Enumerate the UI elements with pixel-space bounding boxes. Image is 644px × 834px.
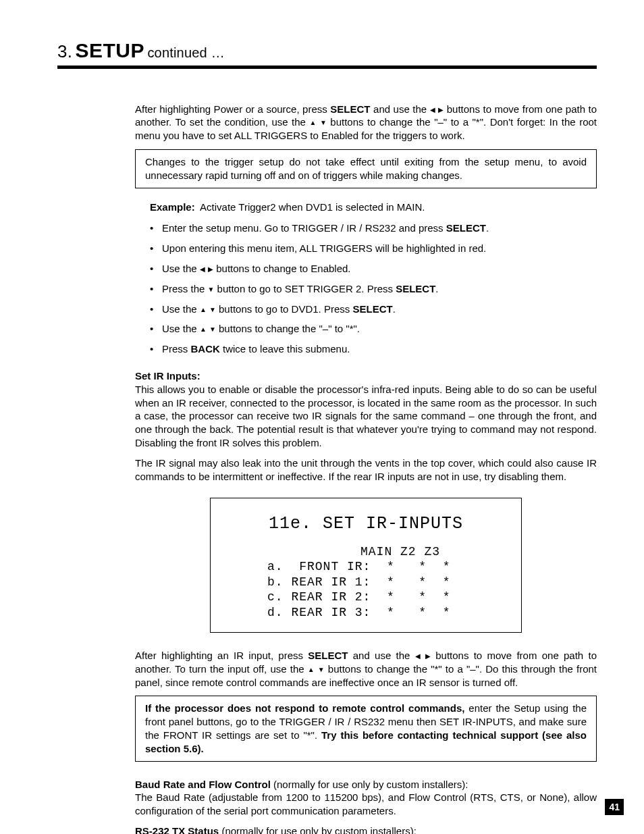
list-item: Use the ▲ ▼ buttons to go to DVD1. Press… <box>150 303 597 316</box>
rs232-note: (normally for use only by custom install… <box>219 825 417 834</box>
down-icon: ▼ <box>209 305 216 314</box>
note-box: Changes to the trigger setup do not take… <box>135 149 597 188</box>
baud-body: The Baud Rate (adjustable from 1200 to 1… <box>135 791 597 816</box>
baud-section: Baud Rate and Flow Control (normally for… <box>135 778 597 818</box>
right-icon: ▶ <box>425 652 431 660</box>
osd-title: 11e. SET IR-INPUTS <box>224 513 508 534</box>
up-icon: ▲ <box>308 665 315 674</box>
example-heading: Example: Activate Trigger2 when DVD1 is … <box>150 201 597 214</box>
osd-row: c. REAR IR 2: * * * <box>224 590 508 605</box>
left-icon: ◀ <box>415 652 421 660</box>
down-icon: ▼ <box>208 285 215 294</box>
right-icon: ▶ <box>208 265 213 273</box>
rs232-section: RS-232 TX Status (normally for use only … <box>135 825 597 834</box>
intro-paragraph: After highlighting Power or a source, pr… <box>135 103 597 142</box>
baud-heading: Baud Rate and Flow Control <box>135 779 271 790</box>
up-icon: ▲ <box>309 118 316 127</box>
down-icon: ▼ <box>318 665 325 674</box>
example-block: Example: Activate Trigger2 when DVD1 is … <box>150 201 597 356</box>
example-steps: Enter the setup menu. Go to TRIGGER / IR… <box>150 221 597 356</box>
list-item: Upon entering this menu item, ALL TRIGGE… <box>150 242 597 255</box>
baud-note: (normally for use only by custom install… <box>271 779 468 790</box>
content-column: After highlighting Power or a source, pr… <box>135 103 597 834</box>
list-item: Press BACK twice to leave this submenu. <box>150 342 597 356</box>
list-item: Use the ◀ ▶ buttons to change to Enabled… <box>150 262 597 276</box>
page-number: 41 <box>605 799 624 815</box>
warning-box: If the processor does not respond to rem… <box>135 696 597 761</box>
osd-row: b. REAR IR 1: * * * <box>224 575 508 590</box>
right-icon: ▶ <box>438 105 444 114</box>
after-osd-paragraph: After highlighting an IR input, press SE… <box>135 649 597 689</box>
left-icon: ◀ <box>200 265 205 273</box>
section-title: SETUP <box>75 39 144 61</box>
set-ir-body-2: The IR signal may also leak into the uni… <box>135 457 597 484</box>
example-label: Example: <box>150 201 195 213</box>
example-text: Activate Trigger2 when DVD1 is selected … <box>200 201 425 213</box>
up-icon: ▲ <box>200 325 207 334</box>
up-icon: ▲ <box>200 305 207 314</box>
down-icon: ▼ <box>320 118 327 127</box>
set-ir-body-1: This allows you to enable or disable the… <box>135 384 597 448</box>
list-item: Use the ▲ ▼ buttons to change the "–" to… <box>150 322 597 336</box>
set-ir-section: Set IR Inputs: This allows you to enable… <box>135 369 597 450</box>
list-item: Enter the setup menu. Go to TRIGGER / IR… <box>150 221 597 235</box>
section-header: 3. SETUP continued … <box>57 37 597 69</box>
list-item: Press the ▼ button to go to SET TRIGGER … <box>150 282 597 296</box>
osd-panel: 11e. SET IR-INPUTS MAIN Z2 Z3 a. FRONT I… <box>210 498 522 633</box>
osd-row: a. FRONT IR: * * * <box>224 559 508 575</box>
osd-row: d. REAR IR 3: * * * <box>224 605 508 621</box>
osd-columns: MAIN Z2 Z3 <box>224 544 508 560</box>
down-icon: ▼ <box>209 325 216 334</box>
rs232-heading: RS-232 TX Status <box>135 825 219 834</box>
set-ir-heading: Set IR Inputs: <box>135 370 200 382</box>
section-continued: continued … <box>147 45 225 60</box>
left-icon: ◀ <box>430 105 435 114</box>
section-number: 3. <box>57 41 72 61</box>
page: 3. SETUP continued … After highlighting … <box>0 0 644 834</box>
